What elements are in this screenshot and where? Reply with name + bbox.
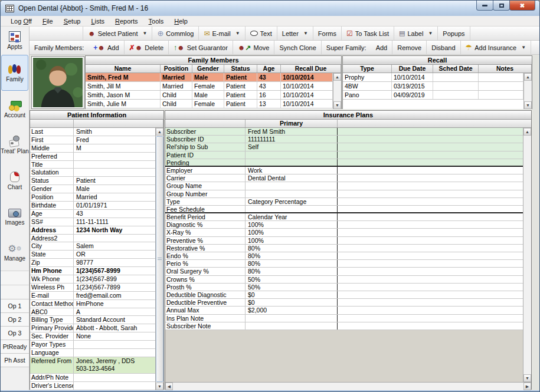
- patient-info-row-abc0[interactable]: ABC0A: [30, 308, 155, 317]
- patient-info-row-hm-phone[interactable]: Hm Phone1(234)567-8999: [30, 267, 155, 275]
- scroll-right-icon[interactable]: ▶: [523, 383, 531, 390]
- insurance-row-ins-plan-note[interactable]: Ins Plan Note: [165, 315, 523, 322]
- family-member-row[interactable]: Smith, Jill MMarriedFemalePatient4310/10…: [86, 82, 333, 91]
- menu-item-setup[interactable]: Setup: [58, 17, 86, 25]
- scroll-down-icon[interactable]: ▼: [524, 101, 532, 109]
- insurance-row-group-number[interactable]: Group Number: [165, 190, 523, 198]
- chevron-down-icon[interactable]: ▼: [143, 31, 148, 36]
- patient-info-row-position[interactable]: PositionMarried: [30, 193, 155, 202]
- toolbar-button-e-mail[interactable]: ✉E-mail▼: [199, 27, 245, 40]
- patient-info-row-wk-phone[interactable]: Wk Phone1(234)567-899: [30, 275, 155, 284]
- chevron-down-icon[interactable]: ▼: [235, 31, 240, 36]
- insurance-row-patient-id[interactable]: Patient ID: [165, 151, 523, 159]
- toolbar-button-select-patient[interactable]: ☻Select Patient▼: [83, 27, 152, 40]
- patient-info-row-address2[interactable]: Address2: [30, 235, 155, 243]
- toolbar-button-disband[interactable]: Disband: [427, 41, 460, 54]
- toolbar-button-move[interactable]: ☻↗Move: [233, 41, 275, 54]
- toolbar-button-synch-clone[interactable]: Synch Clone: [274, 41, 321, 54]
- family-members-scrollbar[interactable]: ▲ ▼: [333, 73, 341, 109]
- insurance-row-pending[interactable]: Pending: [165, 159, 523, 167]
- insurance-row-deductible-diagnostic[interactable]: Deductible Diagnostic$0: [165, 291, 523, 299]
- patient-info-row-middle[interactable]: MiddleM: [30, 144, 155, 153]
- close-button[interactable]: ✖: [509, 1, 535, 11]
- scroll-down-icon[interactable]: ▼: [333, 101, 341, 109]
- sidebar-item-family[interactable]: Family: [1, 55, 28, 91]
- op-button-ptready[interactable]: PtReady: [1, 340, 29, 353]
- patient-info-row-wireless-ph[interactable]: Wireless Ph1(234)567-7899: [30, 284, 155, 292]
- chevron-down-icon[interactable]: ▼: [521, 45, 526, 50]
- toolbar-button-text[interactable]: Text: [246, 27, 277, 40]
- insurance-row-fee-schedule[interactable]: Fee Schedule: [165, 206, 523, 213]
- recall-row[interactable]: Prophy10/10/2014: [343, 73, 523, 82]
- scroll-up-icon[interactable]: ▲: [333, 73, 341, 81]
- insurance-row-carrier[interactable]: CarrierDental Dental: [165, 174, 523, 182]
- scrollbar-thumb[interactable]: [156, 136, 163, 382]
- scroll-up-icon[interactable]: ▲: [523, 128, 531, 136]
- sidebar-item-images[interactable]: Images: [1, 199, 29, 235]
- chevron-down-icon[interactable]: ▼: [303, 31, 308, 36]
- patient-info-row-city[interactable]: CitySalem: [30, 242, 155, 251]
- patient-info-row-ss[interactable]: SS#111-11-1111: [30, 218, 155, 226]
- scroll-down-icon[interactable]: ▼: [156, 383, 163, 390]
- sidebar-item-manage[interactable]: ⚙⚙Manage: [1, 235, 29, 271]
- patient-info-row-payor-types[interactable]: Payor Types: [30, 341, 155, 349]
- patient-info-row-title[interactable]: Title: [30, 161, 155, 169]
- toolbar-button-add[interactable]: Add: [371, 41, 393, 54]
- insurance-row-preventive[interactable]: Preventive %100%: [165, 237, 523, 245]
- toolbar-button-set-guarantor[interactable]: ↑☻Set Guarantor: [169, 41, 233, 54]
- insurance-row-oral-surgery[interactable]: Oral Surgery %80%: [165, 268, 523, 275]
- insurance-row-employer[interactable]: EmployerWork: [165, 167, 523, 174]
- patient-info-row-zip[interactable]: Zip98777: [30, 259, 155, 267]
- maximize-button[interactable]: [493, 1, 510, 11]
- recall-row[interactable]: Pano04/09/2019: [343, 91, 523, 100]
- toolbar-button-label[interactable]: ▤Label▼: [394, 27, 438, 40]
- insurance-row-prosth[interactable]: Prosth %50%: [165, 284, 523, 291]
- patient-info-row-status[interactable]: StatusPatient: [30, 177, 155, 185]
- menu-item-help[interactable]: Help: [169, 17, 193, 25]
- toolbar-button-forms[interactable]: Forms: [313, 27, 342, 40]
- toolbar-button-remove[interactable]: Remove: [392, 41, 427, 54]
- insurance-vertical-scrollbar[interactable]: ▲ ▼: [523, 128, 531, 382]
- op-button-op-3[interactable]: Op 3: [1, 326, 29, 340]
- patient-info-row-preferred[interactable]: Preferred: [30, 153, 155, 161]
- patient-info-row-state[interactable]: StateOR: [30, 251, 155, 259]
- patient-info-row-birthdate[interactable]: Birthdate01/01/1971: [30, 202, 155, 210]
- family-member-row[interactable]: Smith, Julie MChildFemalePatient1310/10/…: [86, 100, 333, 108]
- patient-info-row-gender[interactable]: GenderMale: [30, 185, 155, 193]
- patient-info-row-driver-s-license[interactable]: Driver's License #: [30, 382, 155, 390]
- chevron-down-icon[interactable]: ▼: [428, 31, 433, 36]
- op-button-ph-asst[interactable]: Ph Asst: [1, 353, 29, 367]
- toolbar-button-add[interactable]: +☻Add: [89, 41, 124, 54]
- insurance-row-x-ray[interactable]: X-Ray %100%: [165, 229, 523, 236]
- scroll-up-icon[interactable]: ▲: [156, 128, 163, 136]
- toolbar-button-letter[interactable]: Letter▼: [277, 27, 313, 40]
- patient-info-row-addr-ph-note[interactable]: Addr/Ph Note: [30, 374, 155, 382]
- op-button-op-2[interactable]: Op 2: [1, 312, 29, 326]
- toolbar-button-add-insurance[interactable]: ☂Add Insurance▼: [461, 41, 532, 54]
- menu-item-tools[interactable]: Tools: [143, 17, 169, 25]
- patient-info-row-referred-from[interactable]: Referred FromJones, Jeremy , DDS 503-123…: [30, 357, 155, 374]
- patient-info-row-address[interactable]: Address1234 North Way: [30, 226, 155, 235]
- patient-info-row-billing-type[interactable]: Billing TypeStandard Account: [30, 316, 155, 324]
- insurance-row-endo[interactable]: Endo %80%: [165, 252, 523, 260]
- recall-row[interactable]: 4BW03/19/2015: [343, 82, 523, 91]
- patient-info-row-language[interactable]: Language: [30, 349, 155, 357]
- patient-information-scrollbar[interactable]: ▲ ▼: [155, 128, 163, 390]
- toolbar-button-delete[interactable]: ✗☻Delete: [125, 41, 169, 54]
- patient-info-row-contact-method[interactable]: Contact MethodHmPhone: [30, 300, 155, 308]
- insurance-row-perio[interactable]: Perio %80%: [165, 260, 523, 268]
- insurance-row-subscriber-note[interactable]: Subscriber Note: [165, 322, 523, 330]
- scroll-down-icon[interactable]: ▼: [523, 374, 531, 382]
- recall-scrollbar[interactable]: ▲ ▼: [523, 73, 532, 109]
- insurance-row-subscriber-id[interactable]: Subscriber ID111111111: [165, 136, 523, 143]
- patient-info-row-last[interactable]: LastSmith: [30, 128, 155, 136]
- minimize-button[interactable]: [476, 1, 493, 11]
- menu-item-file[interactable]: File: [37, 17, 58, 25]
- insurance-row-restorative[interactable]: Restorative %80%: [165, 245, 523, 252]
- insurance-row-diagnostic[interactable]: Diagnostic %100%: [165, 221, 523, 229]
- sidebar-item-appts[interactable]: Appts: [1, 27, 29, 55]
- family-member-row[interactable]: Smith, Jason MChildMalePatient1610/10/20…: [86, 91, 333, 100]
- insurance-horizontal-scrollbar[interactable]: ◀ ▶: [165, 382, 531, 390]
- insurance-row-subscriber[interactable]: SubscriberFred M Smith: [165, 128, 523, 136]
- sidebar-item-account[interactable]: Account: [1, 91, 29, 127]
